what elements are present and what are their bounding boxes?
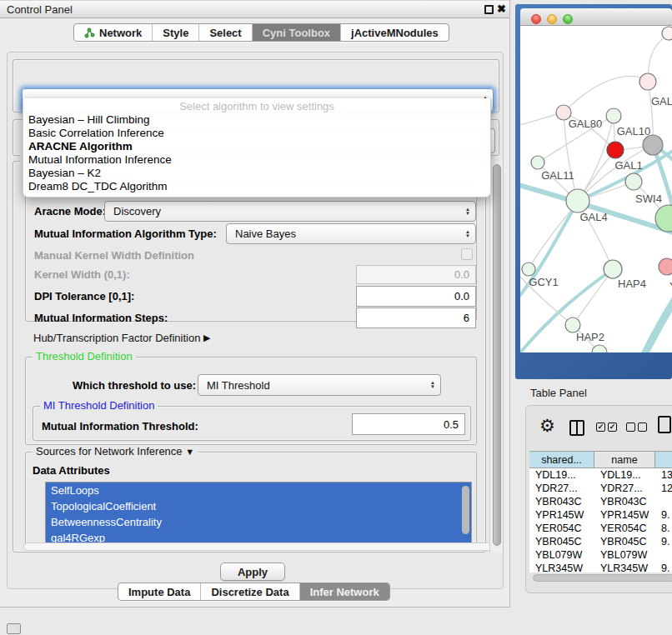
network-node[interactable] <box>662 27 672 40</box>
table-cell: YDL19... <box>594 468 655 482</box>
tab-label: Style <box>163 27 188 39</box>
expand-triangle-icon[interactable]: ▶ <box>203 332 210 343</box>
node-label: GAL10 <box>617 125 650 138</box>
data-attribute-item[interactable]: BetweennessCentrality <box>46 514 471 530</box>
table-cell: YBL079W <box>529 548 594 562</box>
mi-threshold-group-title: MI Threshold Definition <box>40 399 158 412</box>
data-attribute-item[interactable]: SelfLoops <box>46 482 471 498</box>
manual-kernel-width-checkbox[interactable] <box>461 248 473 260</box>
data-attribute-item[interactable]: TopologicalCoefficient <box>46 498 471 514</box>
dpi-tolerance-label: DPI Tolerance [0,1]: <box>34 286 134 307</box>
dpi-tolerance-field[interactable]: 0.0 <box>356 286 476 307</box>
settings-scrollbar-track[interactable] <box>489 161 503 552</box>
aracne-mode-combobox[interactable]: Discovery ▲▼ <box>104 201 476 222</box>
close-traffic-light-icon[interactable] <box>531 14 541 24</box>
threshold-definition-title: Threshold Definition <box>33 350 136 362</box>
network-view-window[interactable]: GALGAL80GAL10GAL1GAL11GAL4SWI4GCY1HAP4YH… <box>515 4 672 379</box>
table-row[interactable]: YBR043CYBR043C <box>529 495 672 508</box>
select-all-checkboxes-icon[interactable]: ✓ <box>608 422 617 432</box>
network-node-gal11[interactable] <box>531 156 544 169</box>
table-cell: YBR045C <box>529 535 594 548</box>
table-row[interactable]: YBL079WYBL079W <box>529 548 672 562</box>
tab-cyni-toolbox[interactable]: Cyni Toolbox <box>253 24 341 41</box>
deselect-all-checkboxes-icon[interactable] <box>638 422 647 432</box>
network-node-gal[interactable] <box>639 73 656 90</box>
data-attributes-list[interactable]: SelfLoopsTopologicalCoefficientBetweenne… <box>45 482 472 547</box>
kernel-width-label: Kernel Width (0,1): <box>34 265 130 284</box>
list-scrollbar[interactable] <box>462 486 469 534</box>
aracne-mode-value: Discovery <box>113 205 161 218</box>
which-threshold-value: MI Threshold <box>207 379 270 392</box>
table-cell: YBR043C <box>529 495 594 508</box>
zoom-traffic-light-icon[interactable] <box>563 14 573 24</box>
table-row[interactable]: YLR345WYLR345W9. <box>529 562 672 572</box>
table-panel: ⚙ ✓ ✓ shared...name YDL19...YDL19...13YD… <box>525 405 672 593</box>
tab-jactivemnodules[interactable]: jActiveMNodules <box>341 24 449 41</box>
tab-select[interactable]: Select <box>199 24 252 41</box>
table-row[interactable]: YDR27...YDR27...12 <box>529 482 672 495</box>
table-cell: YPR145W <box>594 508 655 522</box>
algorithm-option[interactable]: Basic Correlation Inference <box>23 127 490 140</box>
node-table[interactable]: shared...name YDL19...YDL19...13YDR27...… <box>529 451 672 572</box>
network-node-y[interactable] <box>659 258 672 275</box>
table-horizontal-scrollbar[interactable] <box>533 574 672 582</box>
deselect-all-checkboxes-icon[interactable] <box>626 422 635 432</box>
mi-steps-field[interactable]: 6 <box>356 308 476 328</box>
algorithm-option[interactable]: Bayesian – Hill Climbing <box>23 113 490 127</box>
tab-infer-network[interactable]: Infer Network <box>300 583 389 600</box>
dock-panel-icon[interactable] <box>7 623 21 634</box>
control-panel-titlebar[interactable]: Control Panel ✖ <box>0 0 509 18</box>
tab-impute-data[interactable]: Impute Data <box>118 583 201 600</box>
network-node-gcy1[interactable] <box>522 262 535 276</box>
float-window-icon[interactable] <box>484 5 494 14</box>
gear-icon[interactable]: ⚙ <box>539 416 555 436</box>
network-canvas[interactable]: GALGAL80GAL10GAL1GAL11GAL4SWI4GCY1HAP4YH… <box>520 26 672 352</box>
close-window-icon[interactable]: ✖ <box>497 2 506 15</box>
table-row[interactable]: YBR045CYBR045C9. <box>529 535 672 548</box>
new-column-icon[interactable] <box>658 416 671 433</box>
network-node-hap4[interactable] <box>604 260 622 278</box>
algorithm-option[interactable]: Mutual Information Inference <box>23 153 490 167</box>
columns-icon[interactable] <box>569 420 584 436</box>
network-node[interactable] <box>643 135 663 155</box>
kernel-width-field[interactable]: 0.0 <box>356 265 476 284</box>
which-threshold-combobox[interactable]: MI Threshold ▲▼ <box>198 374 441 396</box>
select-all-checkboxes-icon[interactable]: ✓ <box>596 422 605 432</box>
settings-scrollbar-thumb[interactable] <box>493 164 501 546</box>
collapse-triangle-icon[interactable]: ▼ <box>185 447 194 457</box>
algorithm-option[interactable]: ARACNE Algorithm <box>23 140 490 153</box>
table-row[interactable]: YER054CYER054C8. <box>529 522 672 535</box>
apply-button[interactable]: Apply <box>220 562 285 581</box>
network-node-gal10[interactable] <box>606 108 621 123</box>
tab-style[interactable]: Style <box>153 24 199 41</box>
tab-discretize-data[interactable]: Discretize Data <box>201 583 299 600</box>
node-label: GCY1 <box>529 276 558 288</box>
network-node-gal4[interactable] <box>566 189 589 212</box>
network-node-gal1[interactable] <box>625 173 642 190</box>
algorithm-dropdown-hint: Select algorithm to view settings <box>23 100 490 113</box>
network-window-titlebar[interactable] <box>520 8 672 26</box>
network-node[interactable] <box>607 142 624 158</box>
table-row[interactable]: YDL19...YDL19...13 <box>529 468 672 482</box>
cyni-algorithm-settings-group: Cyni Algorithm Settings Algorithm Defini… <box>13 161 486 552</box>
table-cell: YLR345W <box>594 562 655 572</box>
tab-network[interactable]: Network <box>74 24 153 41</box>
hub-definition-toggle[interactable]: Hub/Transcription Factor Definition ▶ <box>33 330 210 345</box>
mi-algorithm-type-value: Naive Bayes <box>235 228 296 240</box>
sources-group-title[interactable]: Sources for Network Inference ▼ <box>33 445 198 458</box>
table-cell <box>655 548 672 562</box>
algorithm-option[interactable]: Dream8 DC_TDC Algorithm <box>23 180 490 193</box>
mi-algorithm-type-label: Mutual Information Algorithm Type: <box>34 223 217 244</box>
column-header[interactable]: name <box>594 452 655 468</box>
table-cell: 13 <box>655 468 672 482</box>
mi-threshold-field[interactable]: 0.5 <box>352 413 465 435</box>
network-icon <box>84 28 95 38</box>
column-header[interactable] <box>655 452 672 468</box>
minimize-traffic-light-icon[interactable] <box>547 14 557 24</box>
horizontal-scrollbar[interactable] <box>23 542 494 551</box>
mi-steps-label: Mutual Information Steps: <box>34 308 168 328</box>
mi-algorithm-type-combobox[interactable]: Naive Bayes ▲▼ <box>226 223 476 244</box>
column-header[interactable]: shared... <box>529 452 594 468</box>
table-row[interactable]: YPR145WYPR145W9. <box>529 508 672 522</box>
algorithm-option[interactable]: Bayesian – K2 <box>23 167 490 180</box>
